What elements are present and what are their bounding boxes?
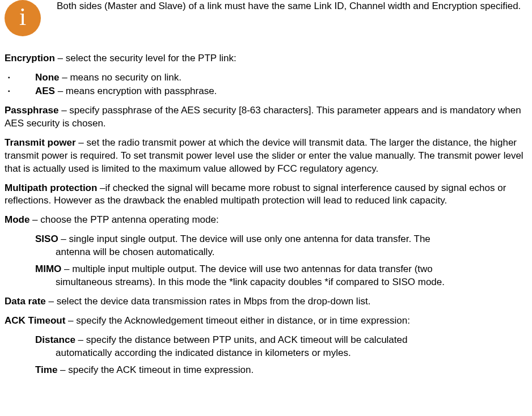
mode-mimo: MIMO – multiple input multiple output. T… <box>35 263 527 289</box>
ack-time-label: Time <box>35 364 57 375</box>
encryption-heading: Encryption – select the security level f… <box>5 52 527 65</box>
option-aes-label: AES <box>35 86 55 96</box>
option-aes-desc: – means encryption with passphrase. <box>55 86 217 96</box>
data-rate-desc: – select the device data transmission ra… <box>46 296 371 307</box>
transmit-power-para: Transmit power – set the radio transmit … <box>5 137 527 176</box>
mode-label: Mode <box>5 214 29 225</box>
mimo-label: MIMO <box>35 264 61 274</box>
mode-desc: – choose the PTP antenna operating mode: <box>29 214 218 225</box>
mode-heading: Mode – choose the PTP antenna operating … <box>5 214 527 227</box>
ack-distance: Distance – specify the distance between … <box>35 334 527 360</box>
siso-label: SISO <box>35 234 58 244</box>
ack-distance-rest: automatically according the indicated di… <box>35 347 527 360</box>
ack-distance-lead: – specify the distance between PTP units… <box>75 334 408 345</box>
info-callout: i Both sides (Master and Slave) of a lin… <box>5 0 527 36</box>
passphrase-desc: – specify passphrase of the AES security… <box>5 105 521 129</box>
ack-label: ACK Timeout <box>5 315 65 326</box>
ack-heading: ACK Timeout – specify the Acknowledgemen… <box>5 315 527 328</box>
passphrase-para: Passphrase – specify passphrase of the A… <box>5 104 527 130</box>
option-none-label: None <box>35 72 60 83</box>
siso-rest: antenna will be chosen automatically. <box>35 246 527 259</box>
encryption-label: Encryption <box>5 53 55 63</box>
data-rate-label: Data rate <box>5 296 46 307</box>
mode-options: SISO – single input single output. The d… <box>5 233 527 289</box>
ack-distance-label: Distance <box>35 334 75 345</box>
ack-desc: – specify the Acknowledgement timeout ei… <box>65 315 410 326</box>
siso-lead: – single input single output. The device… <box>58 234 430 244</box>
encryption-option-aes: AES – means encryption with passphrase. <box>35 85 527 98</box>
info-icon: i <box>5 0 41 36</box>
encryption-desc: – select the security level for the PTP … <box>55 53 237 63</box>
ack-time: Time – specify the ACK timeout in time e… <box>35 364 527 377</box>
transmit-power-label: Transmit power <box>5 137 76 148</box>
multipath-para: Multipath protection –if checked the sig… <box>5 182 527 208</box>
passphrase-label: Passphrase <box>5 105 58 116</box>
ack-options: Distance – specify the distance between … <box>5 334 527 377</box>
option-none-desc: – means no security on link. <box>60 72 181 83</box>
encryption-options: None – means no security on link. AES – … <box>5 71 527 98</box>
mimo-lead: – multiple input multiple output. The de… <box>61 264 433 274</box>
encryption-option-none: None – means no security on link. <box>35 71 527 84</box>
mode-siso: SISO – single input single output. The d… <box>35 233 527 259</box>
multipath-label: Multipath protection <box>5 182 97 193</box>
info-icon-glyph: i <box>19 5 26 32</box>
ack-time-desc: – specify the ACK timeout in time expres… <box>57 364 254 375</box>
mimo-rest: simultaneous streams). In this mode the … <box>35 276 527 289</box>
info-text: Both sides (Master and Slave) of a link … <box>57 0 521 13</box>
data-rate-para: Data rate – select the device data trans… <box>5 295 527 308</box>
transmit-power-desc: – set the radio transmit power at which … <box>5 137 523 174</box>
